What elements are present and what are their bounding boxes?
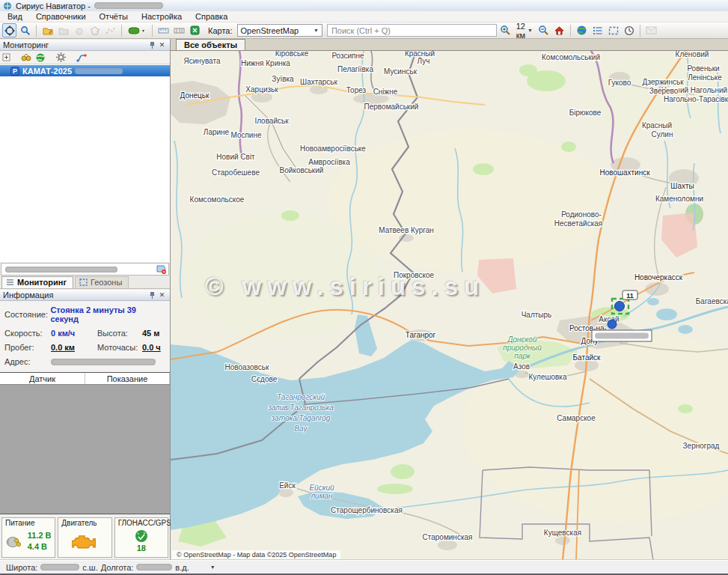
zoom-in-button[interactable] <box>498 23 513 37</box>
home-position-button[interactable] <box>552 23 566 37</box>
search-input[interactable] <box>327 24 497 37</box>
zoom-tool-button[interactable] <box>18 23 32 37</box>
address-search-icon[interactable] <box>156 264 167 275</box>
map-label: Новоамвросіївське <box>300 144 366 153</box>
track-route-icon[interactable] <box>76 52 87 62</box>
ruler-distance-button[interactable] <box>156 23 171 37</box>
tab-geozones[interactable]: Геозоны <box>75 276 129 288</box>
map-label: Пелагіївка <box>337 65 373 73</box>
map-label: Іловайськ <box>254 117 289 125</box>
polygon-zone-button[interactable] <box>88 23 102 37</box>
tree-toolbar <box>0 51 170 64</box>
close-panel-button[interactable]: ✕ <box>157 40 167 50</box>
map-label: Кіровське <box>275 51 309 58</box>
envelope-icon <box>646 26 657 34</box>
polyline-zone-button[interactable] <box>103 23 117 37</box>
export-cube-icon <box>190 25 200 35</box>
map-label: Первомайський <box>364 103 419 111</box>
map-label: Кущевская <box>544 529 581 537</box>
zoom-level-dropdown[interactable]: 12 км ▼ <box>514 22 535 40</box>
map-label: Родионово- <box>561 210 602 219</box>
latitude-label: Широта: <box>6 563 37 572</box>
edit-geozone-button[interactable] <box>40 23 55 37</box>
map-label: Кленовий <box>676 51 709 58</box>
ruler-icon <box>158 26 169 35</box>
messages-button[interactable] <box>644 23 658 37</box>
pin-panel-button[interactable] <box>147 290 157 300</box>
vehicle-marker[interactable] <box>608 320 617 329</box>
map-label: Чалтырь <box>521 311 552 319</box>
select-region-button[interactable] <box>606 23 620 37</box>
magnifier-icon <box>20 25 31 36</box>
map-tab-strip: Все объекты <box>171 39 728 51</box>
menu-item-view[interactable]: Вид <box>7 12 22 21</box>
object-list-button[interactable] <box>590 23 605 37</box>
close-panel-button[interactable]: ✕ <box>157 290 167 300</box>
track-color-button[interactable] <box>126 23 148 37</box>
map-label: затока/Taganrog <box>271 414 331 422</box>
monitoring-pane-header: Мониторинг ✕ <box>0 39 170 51</box>
app-icon <box>3 1 12 10</box>
gear-icon[interactable] <box>56 52 66 62</box>
vehicle-map-label[interactable] <box>592 330 652 341</box>
map-label: Кулешовка <box>528 373 566 381</box>
close-icon: ✕ <box>159 291 165 299</box>
new-folder-button[interactable] <box>56 23 70 37</box>
map-label: Торез <box>346 86 367 94</box>
ruler2-icon <box>174 26 185 35</box>
chevron-down-icon[interactable]: ▼ <box>210 565 215 570</box>
longitude-value-redacted <box>136 564 172 571</box>
map-label: Моспине <box>230 131 262 139</box>
map-label: Ленінське <box>688 73 722 82</box>
history-button[interactable] <box>622 23 636 37</box>
svg-text:P: P <box>13 67 17 75</box>
menu-item-reports[interactable]: Отчёты <box>100 12 128 21</box>
power-value-main: 11.2 В <box>28 530 52 541</box>
map-label: Несветайская <box>554 219 602 228</box>
toolbar-separator <box>152 25 153 37</box>
show-all-map-button[interactable] <box>575 23 589 37</box>
menu-item-settings[interactable]: Настройка <box>141 12 182 21</box>
menu-item-help[interactable]: Справка <box>195 12 227 21</box>
show-on-map-icon[interactable] <box>35 52 46 63</box>
map-label: парк <box>514 352 531 360</box>
map-label: Староминская <box>423 533 473 541</box>
info-fields: Состояние: Стоянка 2 минуты 39 секунд Ск… <box>0 301 170 371</box>
engine-icon <box>72 532 97 550</box>
map-provider-select[interactable]: OpenStreetMap ▼ <box>237 24 322 37</box>
altitude-label: Высота: <box>97 329 142 338</box>
mileage-value[interactable]: 0.0 км <box>51 343 97 352</box>
power-label: Питание <box>5 519 34 527</box>
address-search-field[interactable] <box>1 263 169 276</box>
polyline-tool-icon <box>105 25 116 36</box>
hours-value[interactable]: 0.0 ч <box>142 343 161 352</box>
power-plug-icon <box>6 534 24 549</box>
ruler-area-button[interactable] <box>172 23 186 37</box>
vehicle-marker-selected[interactable] <box>615 302 625 311</box>
export-button[interactable] <box>188 23 202 37</box>
tree-item-redacted <box>75 68 123 74</box>
circle-zone-button[interactable] <box>72 23 86 37</box>
tab-geozones-label: Геозоны <box>91 278 122 287</box>
follow-object-button[interactable] <box>2 23 16 37</box>
expand-all-icon[interactable] <box>2 53 10 61</box>
map-tab-label: Все объекты <box>184 40 237 49</box>
pin-panel-button[interactable] <box>147 40 157 50</box>
title-bar: Сириус Навигатор - <box>0 0 728 11</box>
monitoring-tab-icon <box>6 279 14 286</box>
map-canvas[interactable]: ЯсинуватаНижня КринкаКіровськеРозсипнеПе… <box>171 51 728 560</box>
tree-item-vehicle[interactable]: P КАМАТ-2025 <box>0 65 170 76</box>
speed-label: Скорость: <box>4 329 51 338</box>
menu-item-directories[interactable]: Справочники <box>36 12 86 21</box>
map-label: Розсипне <box>331 52 364 60</box>
toolbar-separator <box>640 25 640 37</box>
pan-arrows-icon <box>4 25 15 36</box>
folder-edit-icon <box>43 25 53 36</box>
mileage-label: Пробег: <box>4 343 51 352</box>
map-tab-all-objects[interactable]: Все объекты <box>176 39 245 50</box>
folder-icon <box>58 25 69 36</box>
binoculars-search-icon[interactable] <box>21 53 31 62</box>
tab-monitoring[interactable]: Мониторинг <box>1 276 73 288</box>
zoom-out-button[interactable] <box>536 23 551 37</box>
map-select-label: Карта: <box>208 26 233 35</box>
